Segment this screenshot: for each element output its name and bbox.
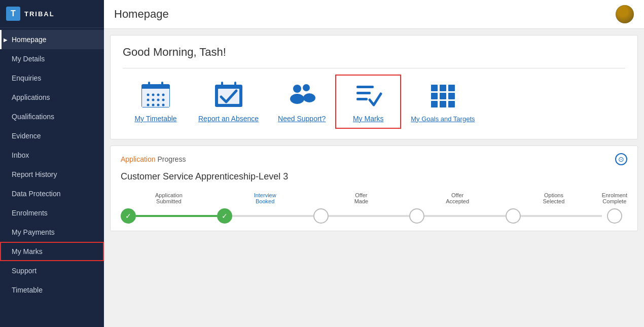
sidebar-item-applications[interactable]: Applications: [0, 88, 104, 107]
sidebar-item-enquiries[interactable]: Enquiries: [0, 68, 104, 88]
progress-collapse-button[interactable]: ⊙: [615, 153, 627, 165]
svg-rect-20: [221, 82, 223, 88]
step-label-2: InterviewBooked: [254, 192, 276, 204]
svg-point-10: [147, 98, 150, 101]
step-label-6: EnrolmentComplete: [602, 192, 627, 204]
sidebar: T TRIBAL Homepage My Details Enquiries A…: [0, 0, 104, 327]
step-line-5: [521, 215, 602, 217]
sidebar-item-timetable[interactable]: Timetable: [0, 280, 104, 300]
sidebar-logo: T TRIBAL: [0, 0, 104, 28]
step-label-5: OptionsSelected: [543, 192, 565, 204]
step-circle-4: [409, 208, 424, 224]
svg-point-25: [303, 93, 315, 102]
sidebar-nav: Homepage My Details Enquiries Applicatio…: [0, 28, 104, 327]
logo-name: TRIBAL: [24, 10, 55, 18]
timeline-step-1: ApplicationSubmitted ✓: [121, 192, 217, 224]
svg-point-15: [152, 103, 155, 106]
svg-rect-34: [448, 93, 455, 99]
goals-icon: [427, 81, 458, 109]
support-label: Need Support?: [278, 115, 326, 123]
quick-link-my-marks[interactable]: My Marks: [335, 75, 401, 129]
svg-rect-21: [234, 82, 236, 88]
page-content: Good Morning, Tash!: [104, 29, 644, 327]
svg-rect-26: [356, 86, 374, 88]
marks-label: My Marks: [353, 115, 384, 123]
greeting-card: Good Morning, Tash!: [110, 35, 638, 139]
step-line-2: [232, 215, 313, 217]
svg-point-9: [162, 93, 165, 96]
timeline-step-5: OptionsSelected: [506, 192, 602, 224]
step-label-1: ApplicationSubmitted: [155, 192, 183, 204]
sidebar-item-data-protection[interactable]: Data Protection: [0, 184, 104, 203]
timeline-step-3: OfferMade: [313, 192, 410, 224]
svg-rect-3: [142, 89, 169, 107]
svg-point-7: [152, 93, 155, 96]
step-label-3: OfferMade: [354, 192, 369, 204]
svg-point-13: [162, 98, 165, 101]
step-circle-1: ✓: [121, 208, 136, 224]
svg-rect-37: [448, 101, 455, 107]
svg-rect-5: [161, 82, 163, 88]
svg-rect-28: [356, 98, 368, 100]
main-content: Homepage Good Morning, Tash!: [104, 0, 644, 327]
page-header: Homepage: [104, 0, 644, 29]
svg-rect-27: [356, 92, 371, 94]
step-line-4: [424, 215, 506, 217]
step-line-1: [136, 215, 217, 217]
sidebar-item-my-payments[interactable]: My Payments: [0, 223, 104, 242]
quick-link-need-support[interactable]: Need Support?: [268, 75, 335, 128]
svg-point-23: [290, 94, 304, 104]
svg-rect-36: [440, 101, 446, 107]
svg-rect-30: [440, 85, 446, 91]
marks-icon: [353, 81, 383, 108]
sidebar-item-report-history[interactable]: Report History: [0, 165, 104, 184]
step-circle-6: [607, 208, 622, 224]
quick-link-my-timetable[interactable]: My Timetable: [123, 75, 189, 128]
step-line-3: [329, 215, 410, 217]
svg-point-12: [157, 98, 160, 101]
timeline: ApplicationSubmitted ✓ InterviewBooked ✓: [121, 192, 627, 224]
progress-header: Application Progress ⊙: [121, 153, 627, 165]
quick-links: My Timetable Report an A: [123, 75, 625, 129]
svg-point-22: [293, 85, 301, 93]
sidebar-item-my-marks[interactable]: My Marks: [0, 242, 104, 261]
step-circle-2: ✓: [217, 208, 232, 224]
sidebar-item-homepage[interactable]: Homepage: [0, 30, 104, 49]
step-label-4: OfferAccepted: [446, 192, 469, 204]
goals-label: My Goals and Targets: [411, 115, 475, 123]
svg-rect-29: [431, 85, 438, 91]
timetable-icon: [140, 81, 171, 108]
timetable-label: My Timetable: [134, 115, 176, 123]
svg-rect-4: [148, 82, 150, 88]
absence-label: Report an Absence: [198, 115, 259, 123]
sidebar-item-support[interactable]: Support: [0, 261, 104, 280]
greeting-text: Good Morning, Tash!: [123, 46, 625, 59]
svg-point-6: [147, 93, 150, 96]
step-circle-5: [506, 208, 521, 224]
svg-point-11: [152, 98, 155, 101]
svg-rect-31: [448, 85, 455, 91]
timeline-step-4: OfferAccepted: [409, 192, 506, 224]
support-icon: [287, 81, 317, 108]
greeting-divider: [123, 68, 625, 68]
quick-link-report-absence[interactable]: Report an Absence: [189, 75, 268, 128]
svg-point-17: [162, 103, 165, 106]
user-avatar[interactable]: [616, 5, 634, 23]
timeline-step-6: EnrolmentComplete: [602, 192, 627, 224]
svg-rect-32: [431, 93, 438, 99]
quick-link-my-goals[interactable]: My Goals and Targets: [401, 76, 484, 128]
sidebar-item-evidence[interactable]: Evidence: [0, 126, 104, 146]
sidebar-item-my-details[interactable]: My Details: [0, 49, 104, 68]
svg-point-24: [303, 84, 310, 91]
svg-point-8: [157, 93, 160, 96]
svg-point-16: [157, 103, 160, 106]
timeline-step-2: InterviewBooked ✓: [217, 192, 313, 224]
svg-rect-33: [440, 93, 446, 99]
svg-point-14: [147, 103, 150, 106]
logo-letter: T: [6, 7, 20, 21]
progress-section: Application Progress ⊙ Customer Service …: [110, 146, 638, 231]
sidebar-item-enrolments[interactable]: Enrolments: [0, 203, 104, 223]
sidebar-item-inbox[interactable]: Inbox: [0, 146, 104, 165]
sidebar-item-qualifications[interactable]: Qualifications: [0, 107, 104, 126]
absence-icon: [213, 81, 244, 108]
